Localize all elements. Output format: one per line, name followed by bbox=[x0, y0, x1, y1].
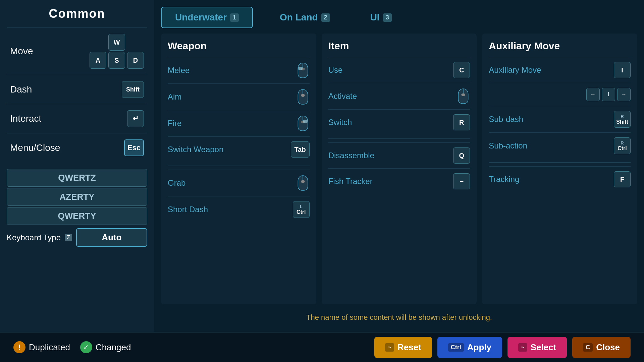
tab-onland[interactable]: On Land 2 bbox=[266, 7, 343, 27]
action-disassemble: Disassemble Q bbox=[328, 142, 470, 168]
mouse-grab-icon bbox=[296, 175, 310, 191]
key-a[interactable]: A bbox=[90, 52, 106, 69]
action-melee-label: Melee bbox=[168, 66, 190, 75]
action-fish-tracker: Fish Tracker ~ bbox=[328, 168, 470, 194]
mouse-left-icon bbox=[296, 62, 310, 79]
key-lctrl[interactable]: L Ctrl bbox=[293, 201, 310, 218]
key-tilde[interactable]: ~ bbox=[453, 173, 470, 189]
weapon-panel-title: Weapon bbox=[168, 40, 310, 52]
mouse-right-icon bbox=[296, 115, 310, 132]
bottom-bar: ! Duplicated ✓ Changed ~ Reset Ctrl Appl… bbox=[0, 332, 644, 362]
move-keys: W A S D bbox=[90, 34, 144, 69]
weapon-panel: Weapon Melee Aim bbox=[161, 34, 316, 304]
r-modifier-subdash: R bbox=[621, 114, 624, 119]
status-duplicated: ! Duplicated bbox=[13, 341, 70, 353]
aux-arrow-keys: ← I → bbox=[586, 88, 631, 101]
key-q[interactable]: Q bbox=[453, 147, 470, 164]
select-key-badge: ~ bbox=[518, 343, 527, 352]
tab-onland-number: 2 bbox=[321, 13, 330, 22]
r-modifier-subaction: R bbox=[621, 140, 624, 145]
apply-button[interactable]: Ctrl Apply bbox=[437, 337, 502, 358]
action-switch-label: Switch bbox=[328, 118, 352, 127]
ctrl-text-2: Ctrl bbox=[618, 145, 627, 152]
key-r[interactable]: R bbox=[453, 114, 470, 130]
item-panel: Item Use C Activate bbox=[322, 34, 477, 304]
kb-option-qwertz[interactable]: QWERTZ bbox=[7, 169, 147, 187]
action-short-dash-label: Short Dash bbox=[168, 205, 208, 214]
tab-onland-label: On Land bbox=[280, 12, 318, 23]
action-disassemble-label: Disassemble bbox=[328, 151, 374, 160]
action-fire-label: Fire bbox=[168, 119, 181, 128]
keyboard-type-row: Keyboard Type Z Auto bbox=[7, 228, 147, 247]
move-key-row-top: W bbox=[108, 34, 125, 51]
l-modifier: L bbox=[300, 204, 303, 209]
select-label: Select bbox=[531, 342, 556, 353]
action-short-dash: Short Dash L Ctrl bbox=[168, 196, 310, 223]
tab-ui-label: UI bbox=[370, 12, 380, 23]
action-aim-label: Aim bbox=[168, 92, 181, 102]
tab-ui-number: 3 bbox=[383, 13, 392, 22]
action-tracking-label: Tracking bbox=[489, 175, 519, 184]
sidebar: Common Move W A S D Dash Shift Interact bbox=[0, 0, 154, 332]
key-arrow-left[interactable]: ← bbox=[586, 88, 600, 101]
binding-label-move: Move bbox=[10, 46, 33, 57]
tab-underwater-number: 1 bbox=[230, 13, 239, 22]
binding-row-interact: Interact ↵ bbox=[7, 104, 147, 133]
action-tracking: Tracking F bbox=[489, 166, 631, 192]
select-button[interactable]: ~ Select bbox=[507, 337, 567, 358]
action-switch: Switch R bbox=[328, 109, 470, 135]
tab-ui[interactable]: UI 3 bbox=[357, 7, 405, 27]
bottom-actions: ~ Reset Ctrl Apply ~ Select C Close bbox=[374, 337, 631, 358]
action-grab: Grab bbox=[168, 170, 310, 196]
close-button[interactable]: C Close bbox=[572, 337, 631, 358]
binding-label-interact: Interact bbox=[10, 113, 41, 124]
key-enter[interactable]: ↵ bbox=[127, 110, 144, 127]
action-switch-weapon-label: Switch Weapon bbox=[168, 145, 223, 154]
action-aux-arrows: ← I → bbox=[489, 83, 631, 106]
duplicated-label: Duplicated bbox=[29, 342, 70, 353]
binding-row-dash: Dash Shift bbox=[7, 75, 147, 104]
action-fish-tracker-label: Fish Tracker bbox=[328, 177, 373, 186]
tab-underwater[interactable]: Underwater 1 bbox=[161, 7, 253, 28]
reset-key-badge: ~ bbox=[385, 343, 394, 352]
key-w[interactable]: W bbox=[108, 34, 125, 51]
key-d[interactable]: D bbox=[127, 52, 144, 69]
info-text: The name of some content will be shown a… bbox=[161, 310, 637, 325]
reset-button[interactable]: ~ Reset bbox=[374, 337, 432, 358]
item-panel-title: Item bbox=[328, 40, 470, 52]
status-changed: ✓ Changed bbox=[80, 341, 131, 353]
action-activate: Activate bbox=[328, 83, 470, 109]
close-key-badge: C bbox=[583, 343, 593, 352]
duplicated-icon: ! bbox=[13, 341, 25, 353]
kb-option-azerty[interactable]: AZERTY bbox=[7, 188, 147, 206]
action-sub-action: Sub-action R Ctrl bbox=[489, 132, 631, 159]
keyboard-section: QWERTZ AZERTY QWERTY bbox=[7, 169, 147, 225]
changed-icon: ✓ bbox=[80, 341, 92, 353]
key-tab[interactable]: Tab bbox=[291, 141, 310, 158]
close-label: Close bbox=[596, 342, 620, 353]
action-activate-label: Activate bbox=[328, 92, 357, 101]
action-melee: Melee bbox=[168, 57, 310, 83]
keyboard-type-badge: Z bbox=[65, 234, 72, 241]
binding-row-move: Move W A S D bbox=[7, 27, 147, 75]
shift-text: Shift bbox=[616, 119, 628, 125]
kb-option-auto[interactable]: Auto bbox=[76, 228, 147, 247]
kb-option-qwerty[interactable]: QWERTY bbox=[7, 207, 147, 225]
svg-rect-1 bbox=[298, 67, 303, 70]
key-s[interactable]: S bbox=[108, 52, 125, 69]
sidebar-title: Common bbox=[7, 7, 147, 21]
key-rctrl[interactable]: R Ctrl bbox=[614, 137, 631, 154]
changed-label: Changed bbox=[96, 342, 131, 353]
key-rshift[interactable]: R Shift bbox=[614, 111, 631, 128]
key-arrow-right[interactable]: → bbox=[617, 88, 631, 101]
key-shift[interactable]: Shift bbox=[122, 81, 144, 98]
key-i[interactable]: I bbox=[614, 62, 631, 78]
ctrl-text: Ctrl bbox=[297, 209, 306, 215]
binding-row-menu: Menu/Close Esc bbox=[7, 133, 147, 162]
action-auxiliary-move: Auxiliary Move I bbox=[489, 57, 631, 83]
key-f[interactable]: F bbox=[614, 171, 631, 187]
key-c[interactable]: C bbox=[453, 62, 470, 78]
key-arrow-up-aux[interactable]: I bbox=[602, 88, 615, 101]
key-esc[interactable]: Esc bbox=[124, 139, 144, 156]
binding-label-menu: Menu/Close bbox=[10, 142, 60, 153]
